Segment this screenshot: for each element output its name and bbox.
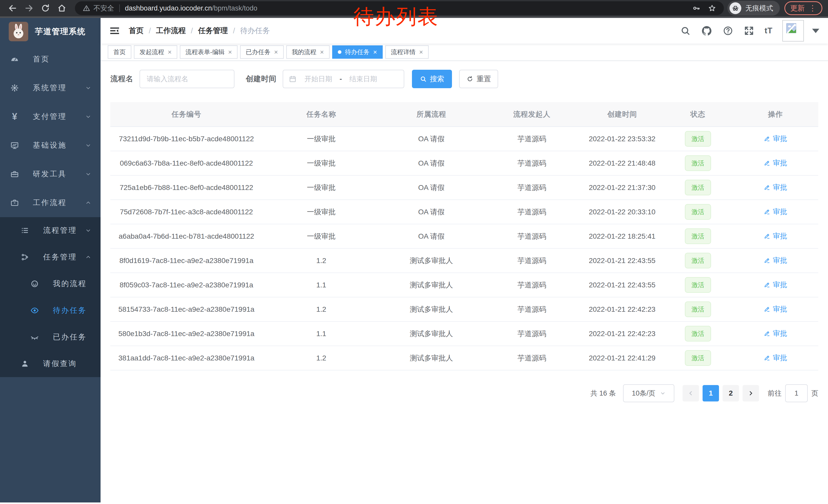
- create-time: 2022-01-22 21:48:48: [589, 159, 655, 167]
- sidebar-item-system-mgmt[interactable]: 系统管理: [0, 74, 100, 102]
- browser-home-button[interactable]: [55, 1, 69, 15]
- reset-button[interactable]: 重置: [459, 70, 498, 88]
- sidebar-item-dev-tools[interactable]: 研发工具: [0, 160, 100, 188]
- col-create-time: 创建时间: [581, 102, 663, 127]
- table-row: a6aba0a4-7b6d-11ec-b781-acde48001122 一级审…: [110, 224, 818, 248]
- help-icon[interactable]: [722, 26, 733, 36]
- sidebar-item-task-mgmt[interactable]: 任务管理: [0, 244, 100, 270]
- sidebar-item-infrastructure[interactable]: 基础设施: [0, 131, 100, 160]
- browser-update-button[interactable]: 更新 ⋮: [784, 1, 822, 15]
- key-icon[interactable]: [692, 4, 700, 12]
- search-icon: [420, 75, 427, 83]
- approve-link[interactable]: 审批: [763, 207, 787, 217]
- table-row: 725a1eb6-7b88-11ec-8ef0-acde48001122 一级审…: [110, 175, 818, 200]
- reload-icon: [41, 4, 50, 13]
- avatar-caret-icon[interactable]: [812, 29, 819, 33]
- filter-bar: 流程名 创建时间 - 搜索 重置: [110, 70, 818, 88]
- approve-link[interactable]: 审批: [763, 183, 787, 192]
- sidebar-logo[interactable]: 芋道管理系统: [0, 18, 100, 45]
- prev-page-button[interactable]: [682, 385, 699, 402]
- sidebar-item-process-mgmt[interactable]: 流程管理: [0, 217, 100, 244]
- sidebar-item-workflow[interactable]: 工作流程: [0, 188, 100, 217]
- process-starter: 芋道源码: [518, 135, 546, 143]
- status-badge: 激活: [685, 180, 711, 195]
- url-path: /bpm/task/todo: [212, 4, 257, 12]
- create-time: 2022-01-21 22:42:23: [589, 305, 655, 313]
- page-1-button[interactable]: 1: [703, 385, 719, 402]
- approve-link[interactable]: 审批: [763, 256, 787, 265]
- page-2-button[interactable]: 2: [722, 385, 739, 402]
- table-row: 58154733-7ac8-11ec-a9e2-a2380e71991a 1.2…: [110, 297, 818, 321]
- broken-image-icon: [787, 24, 796, 33]
- search-icon[interactable]: [680, 26, 691, 36]
- breadcrumb-separator: /: [149, 27, 151, 35]
- github-icon[interactable]: [701, 25, 712, 36]
- edit-icon: [763, 306, 770, 313]
- close-icon[interactable]: ×: [168, 49, 172, 55]
- next-page-button[interactable]: [743, 385, 759, 402]
- browser-forward-button[interactable]: [22, 1, 36, 15]
- tab-start-process[interactable]: 发起流程 ×: [134, 45, 177, 59]
- edit-icon: [763, 330, 770, 337]
- process-starter: 芋道源码: [518, 305, 546, 313]
- task-name: 一级审批: [307, 135, 335, 143]
- close-icon[interactable]: ×: [228, 49, 232, 55]
- address-bar[interactable]: 不安全 dashboard.yudao.iocoder.cn /bpm/task…: [75, 1, 724, 15]
- approve-link[interactable]: 审批: [763, 353, 787, 363]
- toolbox-icon: [10, 170, 19, 178]
- sidebar-item-home[interactable]: 首页: [0, 45, 100, 74]
- sidebar-item-done-tasks[interactable]: 已办任务: [0, 324, 100, 351]
- close-icon[interactable]: ×: [373, 49, 377, 55]
- breadcrumb: 首页 / 工作流程 / 任务管理 / 待办任务: [129, 26, 270, 36]
- breadcrumb-workflow[interactable]: 工作流程: [156, 26, 186, 36]
- font-size-icon[interactable]: tT: [764, 26, 773, 35]
- tab-todo-tasks[interactable]: 待办任务 ×: [332, 45, 383, 59]
- chevron-up-icon: [85, 200, 91, 206]
- collapse-sidebar-button[interactable]: [109, 26, 120, 36]
- browser-reload-button[interactable]: [38, 1, 52, 15]
- process-name: OA 请假: [418, 208, 445, 216]
- sidebar-item-leave-query[interactable]: 请假查询: [0, 351, 100, 377]
- browser-back-button[interactable]: [6, 1, 19, 15]
- tab-my-process[interactable]: 我的流程 ×: [286, 45, 330, 59]
- approve-link[interactable]: 审批: [763, 231, 787, 241]
- tab-home[interactable]: 首页: [108, 45, 131, 59]
- update-label: 更新: [790, 3, 805, 13]
- close-icon[interactable]: ×: [419, 49, 423, 55]
- breadcrumb-home[interactable]: 首页: [129, 26, 143, 36]
- approve-link[interactable]: 审批: [763, 329, 787, 338]
- task-id: a6aba0a4-7b6d-11ec-b781-acde48001122: [119, 232, 254, 240]
- tab-process-form-edit[interactable]: 流程表单-编辑 ×: [180, 45, 238, 59]
- end-date-input[interactable]: [343, 75, 383, 83]
- star-icon[interactable]: [708, 4, 716, 12]
- fullscreen-icon[interactable]: [744, 26, 754, 36]
- task-id: 73211d9d-7b9b-11ec-b5b7-acde48001122: [119, 135, 254, 143]
- approve-link[interactable]: 审批: [763, 134, 787, 144]
- process-starter: 芋道源码: [518, 184, 546, 191]
- create-time: 2022-01-22 18:25:41: [589, 232, 655, 240]
- approve-link[interactable]: 审批: [763, 280, 787, 290]
- approve-link[interactable]: 审批: [763, 158, 787, 168]
- start-date-input[interactable]: [298, 75, 339, 83]
- status-badge: 激活: [685, 277, 711, 293]
- goto-page-input[interactable]: [785, 384, 808, 402]
- close-icon[interactable]: ×: [274, 49, 278, 55]
- search-button[interactable]: 搜索: [412, 70, 452, 88]
- sidebar-item-todo-tasks[interactable]: 待办任务: [0, 297, 100, 324]
- browser-menu-dots-icon[interactable]: ⋮: [809, 4, 817, 12]
- page-size-select[interactable]: 10条/页: [623, 384, 674, 402]
- sidebar-item-my-process[interactable]: 我的流程: [0, 270, 100, 297]
- process-name: 测试多审批人: [410, 354, 453, 362]
- chevron-down-icon: [85, 85, 91, 91]
- process-name-input[interactable]: [139, 70, 235, 88]
- date-range-picker[interactable]: -: [283, 70, 404, 88]
- tab-done-tasks[interactable]: 已办任务 ×: [240, 45, 283, 59]
- approve-link[interactable]: 审批: [763, 304, 787, 314]
- status-badge: 激活: [685, 350, 711, 366]
- create-time: 2022-01-21 22:43:55: [589, 257, 655, 265]
- close-icon[interactable]: ×: [320, 49, 324, 55]
- tab-process-detail[interactable]: 流程详情 ×: [385, 45, 429, 59]
- breadcrumb-task-mgmt[interactable]: 任务管理: [198, 26, 228, 36]
- avatar[interactable]: [782, 20, 804, 42]
- sidebar-item-payment-mgmt[interactable]: ¥ 支付管理: [0, 102, 100, 131]
